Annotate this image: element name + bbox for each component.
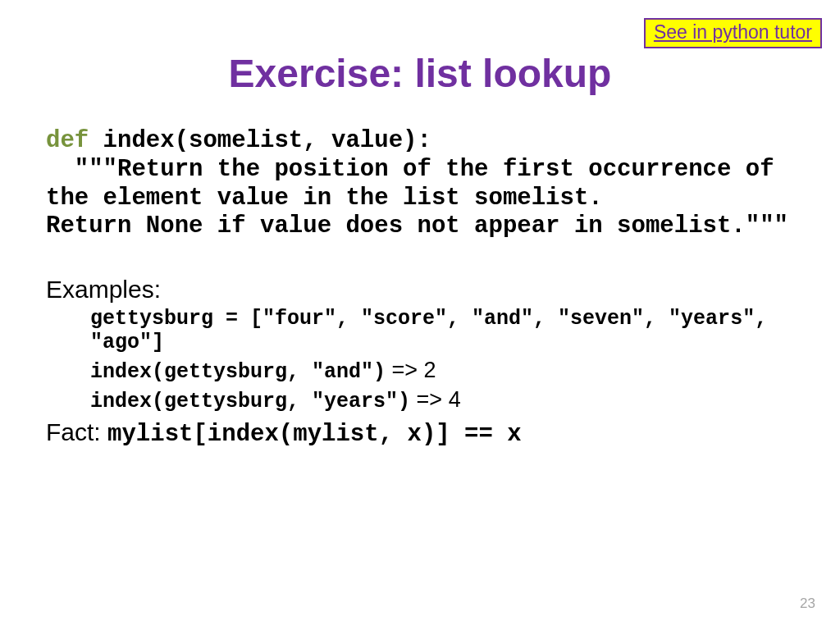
def-keyword: def xyxy=(46,127,89,154)
code-block: def index(somelist, value): """Return th… xyxy=(46,127,794,241)
python-tutor-link[interactable]: See in python tutor xyxy=(644,18,822,48)
slide-content: def index(somelist, value): """Return th… xyxy=(46,127,794,450)
example-line-3: index(gettysburg, "years") => 4 xyxy=(90,387,794,413)
page-number: 23 xyxy=(800,596,815,612)
example2-result: 2 xyxy=(424,358,436,382)
example2-code: index(gettysburg, "and") xyxy=(90,360,386,384)
example3-arrow: => xyxy=(410,387,449,412)
example-line-2: index(gettysburg, "and") => 2 xyxy=(90,358,794,384)
examples-section: Examples: gettysburg = ["four", "score",… xyxy=(46,276,794,450)
fact-line: Fact: mylist[index(mylist, x)] == x xyxy=(46,418,794,450)
function-signature: index(somelist, value): xyxy=(89,127,431,154)
fact-code: mylist[index(mylist, x)] == x xyxy=(107,421,522,448)
example3-result: 4 xyxy=(449,387,461,412)
example-line-1: gettysburg = ["four", "score", "and", "s… xyxy=(90,307,794,354)
docstring-indent xyxy=(46,156,75,183)
example1-code: gettysburg = ["four", "score", "and", "s… xyxy=(90,307,767,354)
fact-label: Fact: xyxy=(46,418,107,445)
docstring: """Return the position of the first occu… xyxy=(46,156,788,240)
examples-heading: Examples: xyxy=(46,276,794,304)
example3-code: index(gettysburg, "years") xyxy=(90,390,410,413)
example2-arrow: => xyxy=(386,358,424,382)
slide-title: Exercise: list lookup xyxy=(0,51,840,96)
